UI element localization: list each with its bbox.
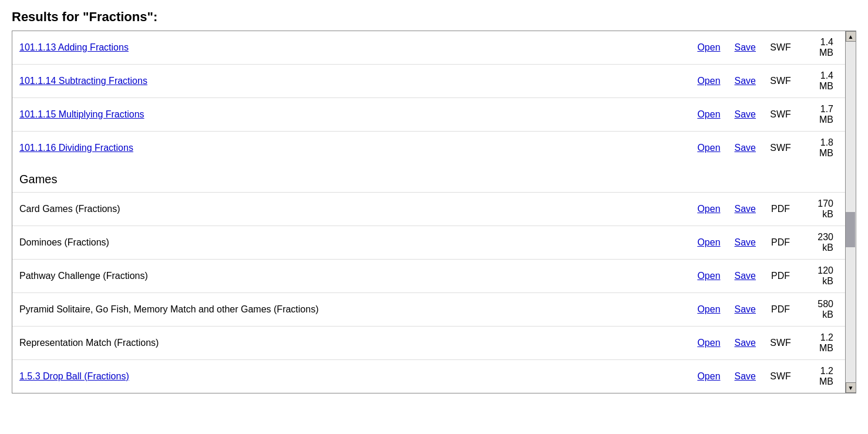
save-link[interactable]: Save — [735, 237, 756, 247]
table-row: 101.1.15 Multiplying FractionsOpenSaveSW… — [12, 98, 845, 132]
file-size: 1.2 MB — [798, 360, 845, 393]
scroll-track — [846, 42, 856, 382]
file-type: PDF — [763, 193, 798, 226]
open-link[interactable]: Open — [697, 338, 720, 348]
page-container: Results for "Fractions": 101.1.13 Adding… — [0, 0, 868, 403]
results-heading: Results for "Fractions": — [12, 9, 856, 25]
scroll-up-icon: ▲ — [848, 33, 854, 40]
file-size: 120 kB — [798, 260, 845, 293]
file-size: 230 kB — [798, 226, 845, 260]
scroll-up-button[interactable]: ▲ — [846, 31, 856, 42]
open-link[interactable]: Open — [697, 109, 720, 119]
scrollbar: ▲ ▼ — [845, 31, 856, 393]
item-link[interactable]: 101.1.13 Adding Fractions — [19, 42, 129, 52]
save-link[interactable]: Save — [735, 204, 756, 214]
file-size: 1.4 MB — [798, 65, 845, 98]
save-link[interactable]: Save — [735, 109, 756, 119]
table-row: 101.1.16 Dividing FractionsOpenSaveSWF1.… — [12, 132, 845, 165]
table-row: Pyramid Solitaire, Go Fish, Memory Match… — [12, 293, 845, 327]
table-row: 101.1.14 Subtracting FractionsOpenSaveSW… — [12, 65, 845, 98]
open-link[interactable]: Open — [697, 237, 720, 247]
item-name: Card Games (Fractions) — [12, 193, 690, 226]
open-link[interactable]: Open — [697, 271, 720, 281]
file-size: 1.8 MB — [798, 132, 845, 165]
table-row: Dominoes (Fractions)OpenSavePDF230 kB — [12, 226, 845, 260]
save-link[interactable]: Save — [735, 42, 756, 52]
file-type: SWF — [763, 65, 798, 98]
item-name: Representation Match (Fractions) — [12, 327, 690, 360]
open-link[interactable]: Open — [697, 143, 720, 153]
file-size: 1.4 MB — [798, 31, 845, 65]
open-link[interactable]: Open — [697, 76, 720, 86]
item-name: Dominoes (Fractions) — [12, 226, 690, 260]
table-row: Representation Match (Fractions)OpenSave… — [12, 327, 845, 360]
open-link[interactable]: Open — [697, 304, 720, 314]
table-row: 101.1.13 Adding FractionsOpenSaveSWF1.4 … — [12, 31, 845, 65]
file-size: 1.2 MB — [798, 327, 845, 360]
file-size: 170 kB — [798, 193, 845, 226]
games-section-header: Games — [12, 164, 845, 193]
item-link[interactable]: 101.1.14 Subtracting Fractions — [19, 76, 147, 86]
file-type: SWF — [763, 31, 798, 65]
item-link[interactable]: 1.5.3 Drop Ball (Fractions) — [19, 371, 129, 381]
save-link[interactable]: Save — [735, 304, 756, 314]
games-section-label: Games — [12, 164, 690, 193]
save-link[interactable]: Save — [735, 371, 756, 381]
results-table: 101.1.13 Adding FractionsOpenSaveSWF1.4 … — [12, 31, 845, 393]
results-content: 101.1.13 Adding FractionsOpenSaveSWF1.4 … — [12, 31, 845, 393]
open-link[interactable]: Open — [697, 204, 720, 214]
open-link[interactable]: Open — [697, 42, 720, 52]
item-name: Pathway Challenge (Fractions) — [12, 260, 690, 293]
file-type: PDF — [763, 226, 798, 260]
item-name: Pyramid Solitaire, Go Fish, Memory Match… — [12, 293, 690, 327]
scroll-thumb[interactable] — [846, 212, 855, 247]
file-size: 580 kB — [798, 293, 845, 327]
file-type: PDF — [763, 293, 798, 327]
table-row: 1.5.3 Drop Ball (Fractions)OpenSaveSWF1.… — [12, 360, 845, 393]
save-link[interactable]: Save — [735, 338, 756, 348]
results-box: 101.1.13 Adding FractionsOpenSaveSWF1.4 … — [12, 31, 856, 393]
save-link[interactable]: Save — [735, 271, 756, 281]
file-size: 1.7 MB — [798, 98, 845, 132]
file-type: SWF — [763, 360, 798, 393]
open-link[interactable]: Open — [697, 371, 720, 381]
file-type: SWF — [763, 327, 798, 360]
file-type: SWF — [763, 98, 798, 132]
scroll-down-icon: ▼ — [848, 385, 854, 391]
file-type: PDF — [763, 260, 798, 293]
item-link[interactable]: 101.1.16 Dividing Fractions — [19, 143, 133, 153]
table-row: Card Games (Fractions)OpenSavePDF170 kB — [12, 193, 845, 226]
scroll-down-button[interactable]: ▼ — [846, 382, 856, 393]
save-link[interactable]: Save — [735, 143, 756, 153]
table-row: Pathway Challenge (Fractions)OpenSavePDF… — [12, 260, 845, 293]
file-type: SWF — [763, 132, 798, 165]
save-link[interactable]: Save — [735, 76, 756, 86]
item-link[interactable]: 101.1.15 Multiplying Fractions — [19, 109, 144, 119]
